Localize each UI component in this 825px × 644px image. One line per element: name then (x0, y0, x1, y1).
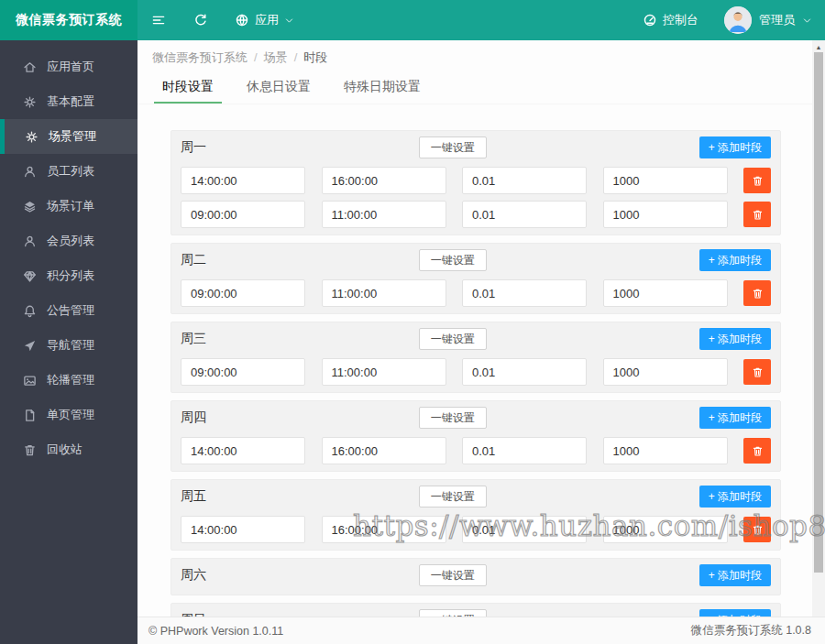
sidebar-item-label: 轮播管理 (47, 372, 94, 388)
avatar (724, 6, 752, 34)
end-time-input[interactable] (322, 358, 446, 386)
delete-slot-button[interactable] (743, 438, 771, 464)
menu-toggle-button[interactable] (138, 0, 180, 40)
stock-input[interactable] (603, 201, 728, 228)
sidebar-item-积分列表[interactable]: 积分列表 (0, 258, 138, 293)
day-label: 周二 (181, 252, 206, 268)
sidebar-item-员工列表[interactable]: 员工列表 (0, 154, 138, 189)
console-link[interactable]: 控制台 (630, 0, 711, 40)
sidebar-item-场景管理[interactable]: 场景管理 (0, 119, 138, 154)
delete-slot-button[interactable] (743, 168, 771, 193)
end-time-input[interactable] (322, 437, 446, 464)
day-card-header: 周一 一键设置 + 添加时段 (181, 135, 771, 160)
add-slot-button[interactable]: + 添加时段 (699, 249, 771, 271)
app-menu-label: 应用 (255, 12, 279, 28)
breadcrumb-item[interactable]: 场景 (264, 50, 288, 64)
end-time-input[interactable] (322, 279, 446, 307)
add-slot-button[interactable]: + 添加时段 (699, 486, 771, 508)
delete-slot-button[interactable] (743, 517, 771, 542)
day-card-header: 周四 一键设置 + 添加时段 (181, 405, 771, 431)
price-input[interactable] (462, 201, 587, 228)
image-icon (23, 374, 37, 387)
sidebar-item-label: 场景管理 (49, 128, 96, 145)
trash-icon (23, 443, 37, 457)
user-menu[interactable]: 管理员 (711, 0, 825, 40)
stock-input[interactable] (603, 516, 728, 543)
price-input[interactable] (462, 358, 587, 386)
sidebar-item-label: 员工列表 (47, 163, 94, 180)
time-slot-row (181, 437, 771, 464)
price-input[interactable] (462, 167, 587, 194)
scrollbar-track[interactable]: ▲ (812, 40, 825, 617)
tab-特殊日期设置[interactable]: 特殊日期设置 (336, 71, 429, 104)
trash-icon (752, 209, 764, 221)
stock-input[interactable] (603, 279, 728, 307)
quick-set-button[interactable]: 一键设置 (419, 407, 487, 429)
price-input[interactable] (462, 279, 587, 307)
sidebar-item-公告管理[interactable]: 公告管理 (0, 293, 138, 328)
quick-set-button[interactable]: 一键设置 (419, 249, 487, 271)
sidebar-item-基本配置[interactable]: 基本配置 (0, 84, 138, 119)
quick-set-button[interactable]: 一键设置 (419, 486, 487, 508)
sidebar-item-应用首页[interactable]: 应用首页 (0, 49, 138, 84)
start-time-input[interactable] (181, 167, 305, 194)
quick-set-button[interactable]: 一键设置 (419, 136, 487, 158)
user-label: 管理员 (759, 12, 795, 28)
sidebar-item-label: 积分列表 (47, 267, 94, 284)
sidebar-item-会员列表[interactable]: 会员列表 (0, 224, 138, 258)
chevron-down-icon (802, 16, 812, 26)
sidebar-item-导航管理[interactable]: 导航管理 (0, 328, 138, 363)
top-bar-spacer (307, 0, 630, 40)
sidebar-item-label: 基本配置 (47, 93, 94, 110)
day-card-header: 周五 一键设置 + 添加时段 (181, 484, 771, 509)
quick-set-button[interactable]: 一键设置 (419, 328, 487, 350)
start-time-input[interactable] (181, 201, 305, 228)
stock-input[interactable] (603, 167, 728, 194)
trash-icon (752, 175, 764, 187)
day-label: 周一 (181, 139, 206, 156)
app-menu[interactable]: 应用 (222, 0, 307, 40)
tab-休息日设置[interactable]: 休息日设置 (238, 71, 319, 104)
refresh-button[interactable] (180, 0, 222, 40)
console-label: 控制台 (663, 12, 698, 28)
time-slot-row (181, 516, 771, 543)
sidebar-item-轮播管理[interactable]: 轮播管理 (0, 363, 138, 398)
day-card: 周三 一键设置 + 添加时段 (170, 322, 781, 393)
delete-slot-button[interactable] (743, 202, 771, 227)
price-input[interactable] (462, 516, 587, 543)
breadcrumb-item[interactable]: 微信票务预订系统 (152, 50, 248, 64)
stock-input[interactable] (603, 358, 728, 386)
trash-icon (752, 288, 764, 300)
scrollbar-up-arrow[interactable]: ▲ (812, 41, 825, 52)
breadcrumb-item[interactable]: 时段 (303, 50, 327, 64)
sidebar-item-label: 导航管理 (47, 337, 94, 354)
delete-slot-button[interactable] (743, 280, 771, 306)
price-input[interactable] (462, 437, 587, 464)
start-time-input[interactable] (181, 358, 305, 386)
layers-icon (23, 200, 37, 213)
console-icon (643, 13, 657, 27)
add-slot-button[interactable]: + 添加时段 (699, 136, 771, 158)
sidebar-item-回收站[interactable]: 回收站 (0, 432, 138, 467)
start-time-input[interactable] (181, 437, 305, 464)
chevron-down-icon (284, 16, 294, 26)
stock-input[interactable] (603, 437, 728, 464)
tab-时段设置[interactable]: 时段设置 (154, 71, 222, 104)
start-time-input[interactable] (181, 279, 305, 307)
add-slot-button[interactable]: + 添加时段 (699, 328, 771, 350)
day-card: 周四 一键设置 + 添加时段 (170, 400, 781, 472)
day-card: 周二 一键设置 + 添加时段 (170, 243, 781, 314)
refresh-icon (193, 13, 208, 27)
end-time-input[interactable] (322, 516, 446, 543)
start-time-input[interactable] (181, 516, 305, 543)
add-slot-button[interactable]: + 添加时段 (699, 407, 771, 429)
end-time-input[interactable] (322, 201, 446, 228)
quick-set-button[interactable]: 一键设置 (419, 564, 487, 586)
end-time-input[interactable] (322, 167, 446, 194)
sidebar-item-场景订单[interactable]: 场景订单 (0, 189, 138, 224)
delete-slot-button[interactable] (743, 359, 771, 385)
user-icon (23, 165, 37, 179)
add-slot-button[interactable]: + 添加时段 (699, 564, 771, 586)
sidebar-item-单页管理[interactable]: 单页管理 (0, 398, 138, 432)
scrollbar-thumb[interactable] (814, 52, 823, 573)
